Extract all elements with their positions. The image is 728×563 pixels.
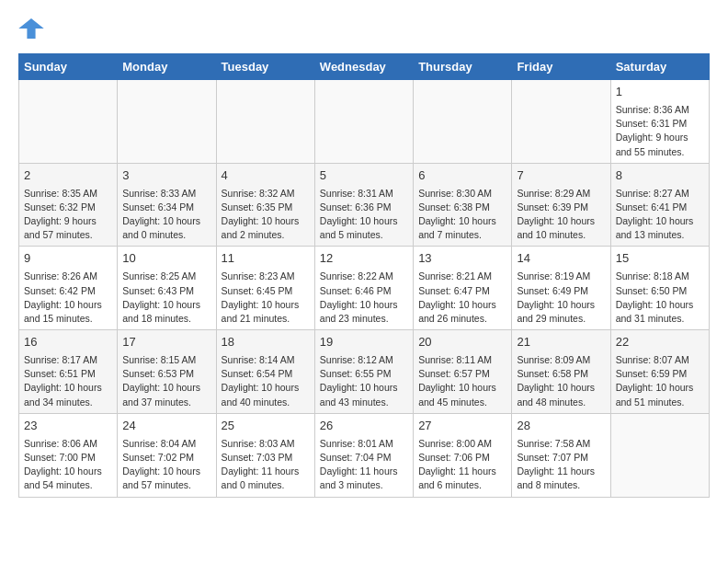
day-info: Sunrise: 8:06 AM Sunset: 7:00 PM Dayligh… — [24, 437, 112, 493]
calendar-cell: 19Sunrise: 8:12 AM Sunset: 6:55 PM Dayli… — [314, 330, 413, 414]
day-info: Sunrise: 8:25 AM Sunset: 6:43 PM Dayligh… — [122, 270, 210, 326]
day-info: Sunrise: 8:33 AM Sunset: 6:34 PM Dayligh… — [122, 187, 210, 243]
day-info: Sunrise: 8:09 AM Sunset: 6:58 PM Dayligh… — [517, 353, 605, 409]
day-number: 7 — [517, 167, 605, 185]
calendar-cell — [314, 80, 413, 164]
calendar-cell: 2Sunrise: 8:35 AM Sunset: 6:32 PM Daylig… — [19, 163, 118, 247]
week-row: 2Sunrise: 8:35 AM Sunset: 6:32 PM Daylig… — [19, 163, 710, 247]
calendar-cell: 13Sunrise: 8:21 AM Sunset: 6:47 PM Dayli… — [414, 247, 512, 330]
day-number: 4 — [222, 167, 310, 185]
calendar-cell — [118, 80, 216, 164]
day-info: Sunrise: 8:29 AM Sunset: 6:39 PM Dayligh… — [517, 187, 605, 243]
day-number: 16 — [24, 334, 112, 351]
svg-marker-0 — [18, 18, 44, 39]
day-info: Sunrise: 8:22 AM Sunset: 6:46 PM Dayligh… — [320, 270, 408, 326]
day-number: 3 — [122, 167, 210, 185]
day-info: Sunrise: 8:21 AM Sunset: 6:47 PM Dayligh… — [418, 270, 506, 326]
day-number: 21 — [517, 334, 605, 351]
day-number: 5 — [320, 167, 408, 185]
weekday-header: Tuesday — [216, 54, 314, 80]
calendar-cell: 23Sunrise: 8:06 AM Sunset: 7:00 PM Dayli… — [19, 413, 118, 497]
day-number: 23 — [24, 418, 112, 435]
day-number: 9 — [24, 250, 112, 268]
week-row: 23Sunrise: 8:06 AM Sunset: 7:00 PM Dayli… — [19, 413, 710, 497]
day-info: Sunrise: 8:35 AM Sunset: 6:32 PM Dayligh… — [24, 187, 112, 243]
day-number: 25 — [222, 418, 310, 435]
week-row: 9Sunrise: 8:26 AM Sunset: 6:42 PM Daylig… — [19, 247, 710, 330]
day-info: Sunrise: 8:23 AM Sunset: 6:45 PM Dayligh… — [222, 270, 310, 326]
calendar-cell — [19, 80, 118, 164]
day-number: 28 — [517, 418, 605, 435]
day-number: 1 — [616, 84, 704, 101]
weekday-header-row: SundayMondayTuesdayWednesdayThursdayFrid… — [19, 54, 710, 80]
calendar-cell: 3Sunrise: 8:33 AM Sunset: 6:34 PM Daylig… — [118, 163, 216, 247]
day-info: Sunrise: 8:03 AM Sunset: 7:03 PM Dayligh… — [222, 437, 310, 493]
day-info: Sunrise: 8:32 AM Sunset: 6:35 PM Dayligh… — [222, 187, 310, 243]
day-info: Sunrise: 8:04 AM Sunset: 7:02 PM Dayligh… — [122, 437, 210, 493]
day-number: 24 — [122, 418, 210, 435]
calendar-cell — [414, 80, 512, 164]
logo — [18, 18, 48, 39]
day-info: Sunrise: 8:18 AM Sunset: 6:50 PM Dayligh… — [616, 270, 704, 326]
calendar-cell: 7Sunrise: 8:29 AM Sunset: 6:39 PM Daylig… — [512, 163, 610, 247]
weekday-header: Sunday — [19, 54, 118, 80]
day-info: Sunrise: 8:12 AM Sunset: 6:55 PM Dayligh… — [320, 353, 408, 409]
calendar-cell: 24Sunrise: 8:04 AM Sunset: 7:02 PM Dayli… — [118, 413, 216, 497]
day-info: Sunrise: 8:26 AM Sunset: 6:42 PM Dayligh… — [24, 270, 112, 326]
page-header — [18, 18, 710, 39]
day-info: Sunrise: 8:01 AM Sunset: 7:04 PM Dayligh… — [320, 437, 408, 493]
calendar-cell: 17Sunrise: 8:15 AM Sunset: 6:53 PM Dayli… — [118, 330, 216, 414]
calendar-cell — [216, 80, 314, 164]
day-number: 19 — [320, 334, 408, 351]
calendar-cell: 21Sunrise: 8:09 AM Sunset: 6:58 PM Dayli… — [512, 330, 610, 414]
calendar-cell — [512, 80, 610, 164]
calendar-cell: 8Sunrise: 8:27 AM Sunset: 6:41 PM Daylig… — [610, 163, 709, 247]
day-number: 26 — [320, 418, 408, 435]
day-number: 20 — [418, 334, 506, 351]
day-number: 17 — [122, 334, 210, 351]
calendar-cell: 11Sunrise: 8:23 AM Sunset: 6:45 PM Dayli… — [216, 247, 314, 330]
day-number: 18 — [222, 334, 310, 351]
calendar-cell: 16Sunrise: 8:17 AM Sunset: 6:51 PM Dayli… — [19, 330, 118, 414]
week-row: 16Sunrise: 8:17 AM Sunset: 6:51 PM Dayli… — [19, 330, 710, 414]
calendar-cell: 1Sunrise: 8:36 AM Sunset: 6:31 PM Daylig… — [610, 80, 709, 164]
calendar-cell: 9Sunrise: 8:26 AM Sunset: 6:42 PM Daylig… — [19, 247, 118, 330]
logo-icon — [18, 18, 44, 39]
calendar-cell: 10Sunrise: 8:25 AM Sunset: 6:43 PM Dayli… — [118, 247, 216, 330]
calendar-table: SundayMondayTuesdayWednesdayThursdayFrid… — [18, 53, 710, 498]
day-number: 8 — [616, 167, 704, 185]
day-number: 15 — [616, 250, 704, 268]
calendar-cell: 27Sunrise: 8:00 AM Sunset: 7:06 PM Dayli… — [414, 413, 512, 497]
calendar-cell: 5Sunrise: 8:31 AM Sunset: 6:36 PM Daylig… — [314, 163, 413, 247]
day-number: 10 — [122, 250, 210, 268]
calendar-cell: 25Sunrise: 8:03 AM Sunset: 7:03 PM Dayli… — [216, 413, 314, 497]
day-number: 27 — [418, 418, 506, 435]
day-info: Sunrise: 8:36 AM Sunset: 6:31 PM Dayligh… — [616, 103, 704, 159]
calendar-cell: 26Sunrise: 8:01 AM Sunset: 7:04 PM Dayli… — [314, 413, 413, 497]
day-info: Sunrise: 7:58 AM Sunset: 7:07 PM Dayligh… — [517, 437, 605, 493]
day-info: Sunrise: 8:14 AM Sunset: 6:54 PM Dayligh… — [222, 353, 310, 409]
calendar-cell — [610, 413, 709, 497]
day-number: 13 — [418, 250, 506, 268]
week-row: 1Sunrise: 8:36 AM Sunset: 6:31 PM Daylig… — [19, 80, 710, 164]
calendar-cell: 15Sunrise: 8:18 AM Sunset: 6:50 PM Dayli… — [610, 247, 709, 330]
day-number: 22 — [616, 334, 704, 351]
calendar-cell: 14Sunrise: 8:19 AM Sunset: 6:49 PM Dayli… — [512, 247, 610, 330]
weekday-header: Thursday — [414, 54, 512, 80]
day-number: 6 — [418, 167, 506, 185]
weekday-header: Monday — [118, 54, 216, 80]
day-number: 14 — [517, 250, 605, 268]
day-number: 11 — [222, 250, 310, 268]
weekday-header: Saturday — [610, 54, 709, 80]
day-number: 2 — [24, 167, 112, 185]
calendar-cell: 22Sunrise: 8:07 AM Sunset: 6:59 PM Dayli… — [610, 330, 709, 414]
day-info: Sunrise: 8:27 AM Sunset: 6:41 PM Dayligh… — [616, 187, 704, 243]
day-info: Sunrise: 8:31 AM Sunset: 6:36 PM Dayligh… — [320, 187, 408, 243]
calendar-cell: 12Sunrise: 8:22 AM Sunset: 6:46 PM Dayli… — [314, 247, 413, 330]
calendar-cell: 4Sunrise: 8:32 AM Sunset: 6:35 PM Daylig… — [216, 163, 314, 247]
day-number: 12 — [320, 250, 408, 268]
calendar-cell: 20Sunrise: 8:11 AM Sunset: 6:57 PM Dayli… — [414, 330, 512, 414]
day-info: Sunrise: 8:17 AM Sunset: 6:51 PM Dayligh… — [24, 353, 112, 409]
calendar-cell: 28Sunrise: 7:58 AM Sunset: 7:07 PM Dayli… — [512, 413, 610, 497]
day-info: Sunrise: 8:15 AM Sunset: 6:53 PM Dayligh… — [122, 353, 210, 409]
